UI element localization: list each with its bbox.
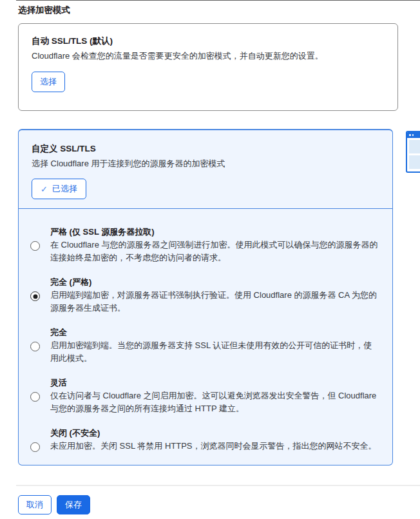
option-text: 完全 (严格) 启用端到端加密，对源服务器证书强制执行验证。使用 Cloudfl… (50, 276, 378, 315)
custom-ssl-card: 自定义 SSL/TLS 选择 Cloudflare 用于连接到您的源服务器的加密… (18, 129, 393, 465)
auto-ssl-card: 自动 SSL/TLS (默认) Cloudflare 会检查您的流量是否需要更安… (18, 23, 398, 111)
option-text: 完全 启用加密端到端。当您的源服务器支持 SSL 认证但未使用有效的公开可信的证… (50, 326, 378, 365)
top-divider (16, 0, 420, 1)
check-icon: ✓ (41, 184, 48, 194)
option-text: 严格 (仅 SSL 源服务器拉取) 在 Cloudflare 与您的源服务器之间… (50, 226, 378, 264)
save-button[interactable]: 保存 (57, 495, 90, 514)
cancel-button[interactable]: 取消 (18, 495, 52, 514)
option-text: 灵活 仅在访问者与 Cloudflare 之间启用加密。这可以避免浏览器发出安全… (50, 377, 378, 415)
option-title: 完全 (50, 326, 378, 339)
custom-ssl-card-header: 自定义 SSL/TLS 选择 Cloudflare 用于连接到您的源服务器的加密… (19, 130, 392, 208)
mini-window-row (409, 140, 420, 153)
encryption-mode-options: 严格 (仅 SSL 源服务器拉取) 在 Cloudflare 与您的源服务器之间… (19, 209, 392, 465)
option-full: 完全 启用加密端到端。当您的源服务器支持 SSL 认证但未使用有效的公开可信的证… (30, 326, 378, 365)
select-auto-button[interactable]: 选择 (32, 72, 65, 92)
option-title: 关闭 (不安全) (50, 427, 377, 440)
footer-divider (16, 485, 420, 486)
mini-window-titlebar (407, 132, 420, 138)
mini-browser-window-icon (406, 131, 420, 173)
option-description: 未应用加密。关闭 SSL 将禁用 HTTPS，浏览器同时会显示警告，指出您的网站… (50, 440, 377, 453)
option-title: 严格 (仅 SSL 源服务器拉取) (50, 226, 378, 239)
option-description: 在 Cloudflare 与您的源服务器之间强制进行加密。使用此模式可以确保与您… (50, 239, 378, 264)
option-flexible: 灵活 仅在访问者与 Cloudflare 之间启用加密。这可以避免浏览器发出安全… (30, 377, 378, 415)
option-description: 启用端到端加密，对源服务器证书强制执行验证。使用 Cloudflare 的源服务… (50, 289, 378, 315)
option-full-strict: 完全 (严格) 启用端到端加密，对源服务器证书强制执行验证。使用 Cloudfl… (30, 276, 378, 315)
auto-ssl-card-description: Cloudflare 会检查您的流量是否需要更安全的加密模式，并自动更新您的设置… (32, 49, 385, 63)
window-dot-icon (409, 134, 411, 136)
radio-flexible[interactable] (30, 392, 40, 402)
custom-ssl-card-title: 自定义 SSL/TLS (32, 142, 379, 156)
page-title: 选择加密模式 (18, 5, 70, 16)
option-description: 启用加密端到端。当您的源服务器支持 SSL 认证但未使用有效的公开可信的证书时，… (50, 339, 378, 365)
option-title: 灵活 (50, 377, 378, 389)
option-strict-ssl-only-origin-pull: 严格 (仅 SSL 源服务器拉取) 在 Cloudflare 与您的源服务器之间… (30, 226, 378, 264)
option-title: 完全 (严格) (50, 276, 378, 289)
selected-custom-button-label: 已选择 (52, 183, 77, 195)
window-dot-icon (412, 134, 414, 136)
radio-full-strict[interactable] (30, 291, 40, 301)
auto-ssl-card-title: 自动 SSL/TLS (默认) (32, 34, 385, 48)
radio-full[interactable] (30, 342, 40, 351)
mini-window-row (409, 155, 420, 169)
option-off-not-secure: 关闭 (不安全) 未应用加密。关闭 SSL 将禁用 HTTPS，浏览器同时会显示… (30, 427, 378, 453)
option-description: 仅在访问者与 Cloudflare 之间启用加密。这可以避免浏览器发出安全警告，… (50, 389, 378, 415)
radio-strict-ssl-only-origin-pull[interactable] (30, 241, 40, 251)
selected-custom-button[interactable]: ✓ 已选择 (32, 179, 86, 199)
radio-off-not-secure[interactable] (30, 442, 40, 452)
custom-ssl-card-description: 选择 Cloudflare 用于连接到您的源服务器的加密模式 (32, 157, 379, 170)
option-text: 关闭 (不安全) 未应用加密。关闭 SSL 将禁用 HTTPS，浏览器同时会显示… (50, 427, 377, 453)
